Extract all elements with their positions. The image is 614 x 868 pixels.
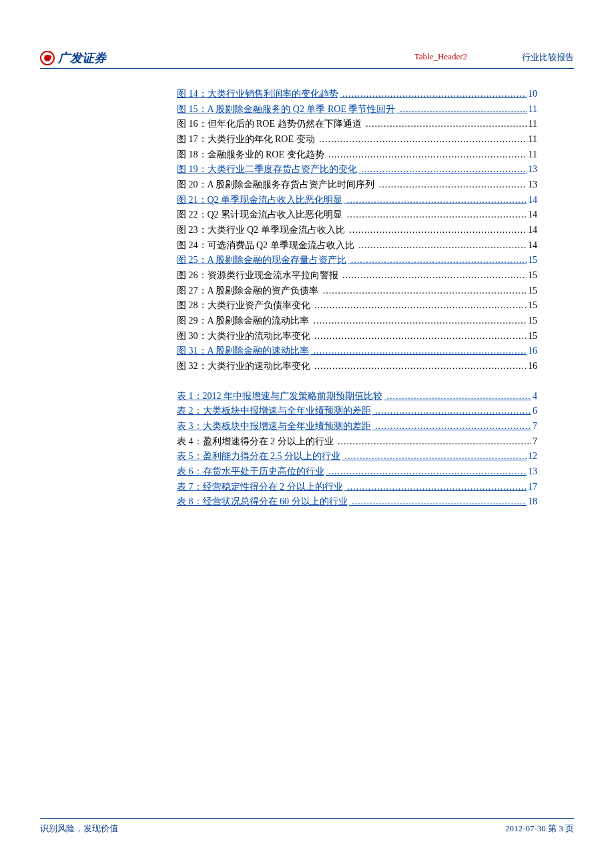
page-header: 广发证券 Table_Header2 行业比较报告	[40, 50, 574, 69]
toc-leader-dots: ........................................…	[340, 270, 538, 280]
toc-entry-page: 14	[527, 223, 537, 238]
document-page: 广发证券 Table_Header2 行业比较报告 图 14：大类行业销售利润率…	[0, 0, 614, 868]
toc-leader-dots: ........................................…	[310, 346, 537, 356]
toc-entry: 图 16：但年化后的 ROE 趋势仍然在下降通道 ...............…	[177, 117, 537, 132]
toc-entry[interactable]: 表 2：大类板块中报增速与全年业绩预测的差距 .................…	[177, 404, 537, 419]
toc-leader-dots: ........................................…	[356, 240, 537, 250]
toc-leader-dots: ........................................…	[358, 164, 538, 174]
toc-leader-dots: ........................................…	[312, 300, 538, 310]
toc-entry-label: 图 31：A 股剔除金融的速动比率	[177, 346, 310, 356]
toc-leader-dots: ........................................…	[344, 482, 538, 492]
toc-entry-page: 14	[527, 193, 537, 208]
toc-entry-page: 16	[527, 344, 537, 359]
toc-entry-page: 11	[527, 132, 537, 147]
toc-leader-dots: ........................................…	[340, 89, 538, 99]
toc-entry[interactable]: 图 25：A 股剔除金融的现金存量占资产比 ..................…	[177, 253, 537, 268]
toc-entry-page: 14	[527, 207, 537, 223]
toc-leader-dots: ........................................…	[326, 466, 538, 476]
toc-entry-page: 10	[527, 87, 537, 102]
toc-entry: 图 26：资源类行业现金流水平拉向警报 ....................…	[177, 268, 537, 284]
toc-entry[interactable]: 图 15：A 股剔除金融服务的 Q2 单季 ROE 季节性回升 ........…	[177, 102, 537, 117]
toc-leader-dots: ........................................…	[320, 286, 537, 296]
table-of-contents: 图 14：大类行业销售利润率的变化趋势 ....................…	[177, 87, 537, 510]
toc-entry[interactable]: 图 21：Q2 单季现金流占收入比恶化明显 ..................…	[177, 193, 537, 208]
toc-entry[interactable]: 表 7：经营稳定性得分在 2 分以上的行业 ..................…	[177, 480, 537, 495]
toc-entry[interactable]: 图 14：大类行业销售利润率的变化趋势 ....................…	[177, 87, 537, 102]
toc-entry: 图 24：可选消费品 Q2 单季现金流占收入比 ................…	[177, 238, 537, 254]
toc-entry-label: 图 29：A 股剔除金融的流动比率	[177, 316, 310, 326]
toc-entry: 图 27：A 股剔除金融的资产负债率 .....................…	[177, 284, 537, 299]
toc-entry-label: 表 3：大类板块中报增速与全年业绩预测的差距	[177, 421, 372, 431]
toc-entry-label: 表 7：经营稳定性得分在 2 分以上的行业	[177, 482, 344, 492]
toc-leader-dots: ........................................…	[312, 331, 538, 341]
toc-leader-dots: ........................................…	[384, 391, 537, 401]
toc-leader-dots: ........................................…	[376, 179, 537, 189]
toc-section-gap	[177, 374, 537, 389]
toc-entry-page: 11	[527, 102, 537, 117]
toc-entry: 图 20：A 股剔除金融服务存货占资产比时间序列 ...............…	[177, 177, 537, 193]
toc-leader-dots: ........................................…	[310, 316, 537, 326]
toc-leader-dots: ........................................…	[348, 255, 537, 265]
toc-entry-page: 15	[527, 329, 537, 344]
footer-right: 2012-07-30 第 3 页	[505, 823, 574, 835]
toc-leader-dots: ........................................…	[326, 149, 538, 159]
toc-entry-page: 15	[527, 284, 537, 299]
toc-entry-page: 16	[527, 359, 537, 374]
toc-entry-label: 图 24：可选消费品 Q2 单季现金流占收入比	[177, 240, 356, 250]
header-mid-text: Table_Header2	[414, 51, 467, 62]
toc-entry: 图 30：大类行业的流动比率变化 .......................…	[177, 329, 537, 344]
toc-entry-label: 图 19：大类行业二季度存货占资产比的变化	[177, 164, 358, 174]
toc-entry-label: 图 21：Q2 单季现金流占收入比恶化明显	[177, 195, 344, 205]
logo-icon	[40, 51, 55, 65]
toc-entry-page: 15	[527, 253, 537, 268]
toc-entry-label: 表 8：经营状况总得分在 60 分以上的行业	[177, 496, 349, 506]
toc-leader-dots: ........................................…	[344, 209, 537, 220]
toc-entry-page: 14	[527, 238, 537, 254]
toc-entry: 图 22：Q2 累计现金流占收入比恶化明显 ..................…	[177, 207, 537, 223]
toc-leader-dots: ........................................…	[396, 104, 537, 114]
toc-entry-label: 图 25：A 股剔除金融的现金存量占资产比	[177, 255, 348, 265]
toc-entry-page: 11	[527, 147, 537, 163]
toc-entry-page: 11	[527, 117, 537, 132]
toc-entry[interactable]: 表 3：大类板块中报增速与全年业绩预测的差距 .................…	[177, 419, 537, 434]
toc-leader-dots: ........................................…	[349, 496, 538, 506]
toc-entry-page: 4	[531, 389, 537, 404]
toc-entry-label: 图 28：大类行业资产负债率变化	[177, 300, 312, 310]
toc-entry[interactable]: 表 5：盈利能力得分在 2.5 分以上的行业 .................…	[177, 449, 537, 464]
toc-entry-label: 表 6：存货水平处于历史高位的行业	[177, 466, 326, 476]
toc-tables-section: 表 1：2012 年中报增速与广发策略前期预期值比较 .............…	[177, 389, 537, 510]
company-logo: 广发证券	[40, 50, 574, 66]
toc-leader-dots: ........................................…	[346, 225, 537, 235]
footer-left: 识别风险，发现价值	[40, 823, 118, 835]
logo-text: 广发证券	[58, 50, 106, 66]
toc-entry: 图 28：大类行业资产负债率变化 .......................…	[177, 298, 537, 314]
toc-entry: 图 29：A 股剔除金融的流动比率 ......................…	[177, 314, 537, 329]
toc-entry-label: 图 26：资源类行业现金流水平拉向警报	[177, 270, 340, 280]
toc-entry[interactable]: 表 8：经营状况总得分在 60 分以上的行业 .................…	[177, 494, 537, 510]
toc-entry-page: 7	[531, 419, 537, 434]
toc-entry[interactable]: 图 19：大类行业二季度存货占资产比的变化 ..................…	[177, 162, 537, 177]
toc-entry-label: 图 22：Q2 累计现金流占收入比恶化明显	[177, 209, 344, 220]
toc-entry-label: 图 16：但年化后的 ROE 趋势仍然在下降通道	[177, 119, 363, 129]
toc-entry-page: 18	[527, 494, 537, 510]
toc-entry[interactable]: 表 1：2012 年中报增速与广发策略前期预期值比较 .............…	[177, 389, 537, 404]
toc-entry-label: 图 27：A 股剔除金融的资产负债率	[177, 286, 320, 296]
toc-entry-page: 17	[527, 480, 537, 495]
toc-entry-page: 15	[527, 314, 537, 329]
toc-entry-page: 6	[531, 404, 537, 419]
page-footer: 识别风险，发现价值 2012-07-30 第 3 页	[40, 818, 574, 835]
toc-entry: 图 18：金融服务业的 ROE 变化趋势 ...................…	[177, 147, 537, 163]
toc-leader-dots: ........................................…	[342, 451, 537, 461]
toc-leader-dots: ........................................…	[335, 436, 538, 446]
toc-entry-label: 表 4：盈利增速得分在 2 分以上的行业	[177, 436, 335, 446]
toc-leader-dots: ........................................…	[363, 119, 538, 129]
toc-entry-label: 图 23：大类行业 Q2 单季现金流占收入比	[177, 225, 346, 235]
toc-figures-section: 图 14：大类行业销售利润率的变化趋势 ....................…	[177, 87, 537, 374]
toc-entry-label: 表 2：大类板块中报增速与全年业绩预测的差距	[177, 406, 372, 416]
toc-entry[interactable]: 图 31：A 股剔除金融的速动比率 ......................…	[177, 344, 537, 359]
toc-entry[interactable]: 表 6：存货水平处于历史高位的行业 ......................…	[177, 464, 537, 480]
toc-entry-label: 图 14：大类行业销售利润率的变化趋势	[177, 89, 340, 99]
toc-entry: 图 23：大类行业 Q2 单季现金流占收入比 .................…	[177, 223, 537, 238]
toc-entry-page: 15	[527, 268, 537, 284]
toc-entry-label: 表 1：2012 年中报增速与广发策略前期预期值比较	[177, 391, 384, 401]
